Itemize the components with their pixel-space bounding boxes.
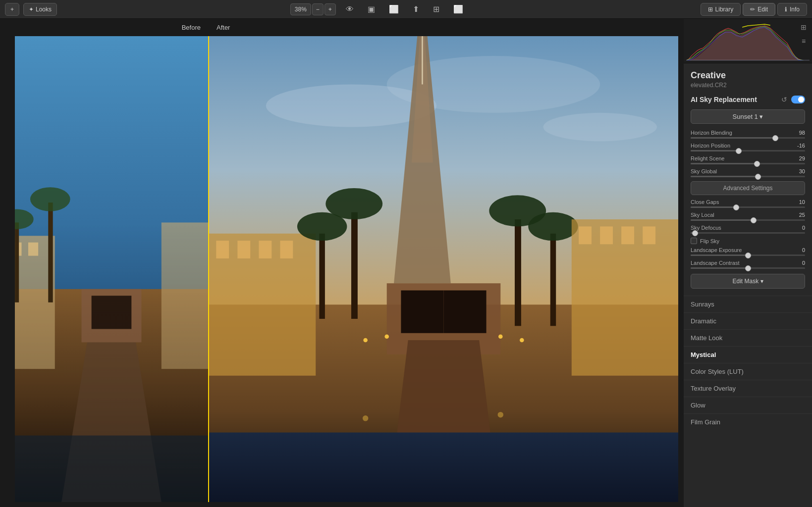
slider-header: Horizon Blending 98 <box>691 130 805 136</box>
slider-track[interactable] <box>691 206 805 208</box>
svg-rect-13 <box>82 289 142 343</box>
add-button[interactable]: + <box>5 3 19 16</box>
slider-header: Relight Scene 29 <box>691 155 805 161</box>
svg-point-34 <box>325 188 382 219</box>
menu-item[interactable]: Texture Overlay <box>684 380 812 397</box>
svg-point-47 <box>384 335 389 339</box>
svg-rect-1 <box>15 289 208 502</box>
slider-track[interactable] <box>691 254 805 256</box>
svg-rect-10 <box>162 222 208 369</box>
svg-rect-27 <box>280 241 293 258</box>
menu-item[interactable]: Mystical <box>684 346 812 363</box>
svg-rect-30 <box>444 291 487 333</box>
slider-row: Sky Local 25 <box>691 212 805 221</box>
slider-thumb[interactable] <box>772 135 778 141</box>
slider-value: 0 <box>793 225 805 231</box>
svg-rect-24 <box>216 241 229 258</box>
slider-value: 30 <box>793 168 805 174</box>
menu-item[interactable]: Matte Look <box>684 329 812 346</box>
slider-thumb[interactable] <box>692 230 698 236</box>
zoom-in-button[interactable]: + <box>325 3 336 15</box>
slider-label: Horizon Position <box>691 143 730 149</box>
slider-track[interactable] <box>691 163 805 164</box>
edit-button[interactable]: ✏ Edit <box>743 3 775 16</box>
slider-value: 98 <box>793 130 805 136</box>
zoom-value: 38% <box>290 3 311 15</box>
flip-sky-label: Flip Sky <box>700 238 719 244</box>
svg-rect-4 <box>15 243 22 256</box>
svg-rect-25 <box>237 241 250 258</box>
library-button[interactable]: ⊞ Library <box>701 3 741 16</box>
crop-button[interactable]: ⬜ <box>385 3 403 16</box>
slider-thumb[interactable] <box>745 253 751 258</box>
slider-row: Relight Scene 29 <box>691 155 805 164</box>
slider-fill <box>691 137 775 139</box>
svg-rect-31 <box>319 234 325 319</box>
advanced-settings-button[interactable]: Advanced Settings <box>691 181 805 195</box>
slider-track[interactable] <box>691 267 805 269</box>
slider-header: Sky Defocus 0 <box>691 225 805 231</box>
sky-dropdown[interactable]: Sunset 1 ▾ <box>691 109 805 124</box>
svg-point-46 <box>363 338 368 343</box>
slider-track[interactable] <box>691 219 805 221</box>
slider-thumb[interactable] <box>745 265 751 271</box>
zoom-group: 38% − + <box>290 3 336 15</box>
main-area: Before After <box>0 19 812 507</box>
slider-value: 25 <box>793 212 805 218</box>
slider-label: Sky Global <box>691 168 717 174</box>
menu-item[interactable]: Sunrays <box>684 296 812 312</box>
panel-icons: ⊞ ≡ <box>798 21 810 47</box>
split-divider[interactable] <box>208 36 209 502</box>
slider-fill <box>691 267 748 269</box>
advanced-sliders: Close Gaps 10 Sky Local 25 Sky Defocus 0 <box>691 199 805 234</box>
info-button[interactable]: ℹ Info <box>777 3 807 16</box>
toolbar-right: ⊞ Library ✏ Edit ℹ Info <box>701 3 807 16</box>
slider-track[interactable] <box>691 150 805 152</box>
slider-header: Close Gaps 10 <box>691 199 805 205</box>
grid-button[interactable]: ⊞ <box>429 3 443 16</box>
looks-button[interactable]: ✦ Looks <box>23 3 57 16</box>
slider-thumb[interactable] <box>754 161 760 167</box>
slider-label: Landscape Exposure <box>691 247 742 253</box>
panel-section-creative: Creative elevated.CR2 AI Sky Replacement… <box>684 63 812 296</box>
slider-header: Sky Global 30 <box>691 168 805 174</box>
slider-thumb[interactable] <box>751 217 757 223</box>
landscape-sliders: Landscape Exposure 0 Landscape Contrast … <box>691 247 805 269</box>
split-view-button[interactable]: ▣ <box>364 3 379 16</box>
sliders-icon[interactable]: ≡ <box>798 35 810 47</box>
tool-reset-button[interactable]: ↺ <box>780 95 788 104</box>
zoom-out-button[interactable]: − <box>312 3 324 15</box>
slider-thumb[interactable] <box>733 204 739 210</box>
slider-fill <box>691 219 754 221</box>
share-button[interactable]: ⬆ <box>409 3 423 16</box>
flip-sky-checkbox[interactable] <box>691 238 697 244</box>
slider-value: 10 <box>793 199 805 205</box>
slider-label: Sky Local <box>691 212 714 218</box>
image-container <box>15 36 678 502</box>
slider-track[interactable] <box>691 232 805 234</box>
slider-thumb[interactable] <box>755 174 761 180</box>
before-label: Before <box>0 24 208 31</box>
edit-mask-button[interactable]: Edit Mask ▾ <box>691 274 805 289</box>
slider-fill <box>691 176 758 177</box>
menu-item[interactable]: Color Styles (LUT) <box>684 363 812 380</box>
svg-rect-12 <box>15 436 208 502</box>
svg-rect-26 <box>259 241 271 258</box>
menu-item[interactable]: Dramatic <box>684 312 812 329</box>
svg-rect-29 <box>401 291 443 333</box>
slider-track[interactable] <box>691 137 805 139</box>
right-panel: ⊞ ≡ Creative elevated.CR2 AI Sky Replace… <box>683 19 812 507</box>
slider-header: Sky Local 25 <box>691 212 805 218</box>
fullscreen-button[interactable]: ⬜ <box>449 3 467 16</box>
slider-row: Landscape Contrast 0 <box>691 260 805 269</box>
slider-thumb[interactable] <box>736 148 742 154</box>
slider-row: Landscape Exposure 0 <box>691 247 805 256</box>
tool-toggle-button[interactable] <box>791 96 805 103</box>
slider-row: Horizon Position -16 <box>691 143 805 152</box>
menu-item[interactable]: Glow <box>684 397 812 413</box>
layers-icon[interactable]: ⊞ <box>798 21 810 33</box>
preview-button[interactable]: 👁 <box>342 3 358 16</box>
menu-item[interactable]: Film Grain <box>684 413 812 430</box>
slider-track[interactable] <box>691 176 805 177</box>
svg-point-51 <box>498 412 503 417</box>
